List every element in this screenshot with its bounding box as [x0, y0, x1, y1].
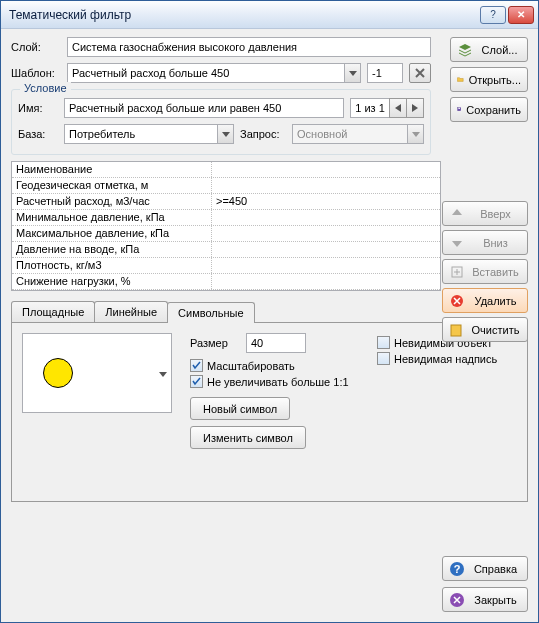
table-row[interactable]: Снижение нагрузки, % [12, 274, 440, 290]
table-cell-value[interactable] [212, 210, 440, 225]
condition-table[interactable]: НаименованиеГеодезическая отметка, мРасч… [11, 161, 441, 291]
checkbox-icon [377, 352, 390, 365]
template-num[interactable]: -1 [367, 63, 403, 83]
noenlarge-checkbox[interactable]: Не увеличивать больше 1:1 [190, 375, 359, 388]
tab-line[interactable]: Линейные [94, 301, 168, 322]
table-row[interactable]: Наименование [12, 162, 440, 178]
table-cell-value[interactable] [212, 258, 440, 273]
layer-field[interactable]: Система газоснабжения высокого давления [67, 37, 431, 57]
table-cell-key: Максимальное давление, кПа [12, 226, 212, 241]
name-label: Имя: [18, 102, 58, 114]
base-dropdown[interactable]: Потребитель [64, 124, 234, 144]
down-button[interactable]: Вниз [442, 230, 528, 255]
svg-rect-1 [458, 108, 460, 109]
up-button[interactable]: Вверх [442, 201, 528, 226]
table-cell-key: Расчетный расход, м3/час [12, 194, 212, 209]
invisible-label-checkbox[interactable]: Невидимая надпись [377, 352, 517, 365]
table-cell-key: Давление на вводе, кПа [12, 242, 212, 257]
table-row[interactable]: Геодезическая отметка, м [12, 178, 440, 194]
chevron-down-icon[interactable] [217, 125, 233, 143]
help-icon: ? [449, 561, 465, 577]
tab-symbol[interactable]: Символьные [167, 302, 255, 323]
arrow-up-icon [449, 206, 465, 222]
delete-icon [449, 293, 465, 309]
table-cell-key: Плотность, кг/м3 [12, 258, 212, 273]
table-cell-key: Снижение нагрузки, % [12, 274, 212, 289]
layer-button[interactable]: Слой... [450, 37, 528, 62]
nav-prev-button[interactable] [389, 98, 407, 118]
symbol-preview[interactable] [22, 333, 172, 413]
help-button[interactable]: ? [480, 6, 506, 24]
template-label: Шаблон: [11, 67, 61, 79]
dialog-thematic-filter: Тематический фильтр ? ✕ Слой... Открыть.… [0, 0, 539, 623]
checkbox-icon [190, 375, 203, 388]
close-icon[interactable]: ✕ [508, 6, 534, 24]
table-cell-key: Геодезическая отметка, м [12, 178, 212, 193]
clear-button[interactable]: Очистить [442, 317, 528, 342]
table-row[interactable]: Плотность, кг/м3 [12, 258, 440, 274]
table-cell-value[interactable] [212, 226, 440, 241]
titlebar: Тематический фильтр ? ✕ [1, 1, 538, 29]
chevron-down-icon[interactable] [344, 64, 360, 82]
template-dropdown[interactable]: Расчетный расход больше 450 [67, 63, 361, 83]
edit-symbol-button[interactable]: Изменить символ [190, 426, 306, 449]
layers-icon [457, 42, 473, 58]
help-footer-button[interactable]: ?Справка [442, 556, 528, 581]
table-cell-value[interactable] [212, 274, 440, 289]
layer-label: Слой: [11, 41, 61, 53]
nav-next-button[interactable] [406, 98, 424, 118]
table-cell-value[interactable] [212, 162, 440, 177]
insert-icon [449, 264, 465, 280]
table-row[interactable]: Максимальное давление, кПа [12, 226, 440, 242]
save-button[interactable]: Сохранить [450, 97, 528, 122]
query-label: Запрос: [240, 128, 286, 140]
arrow-down-icon [449, 235, 465, 251]
size-label: Размер [190, 337, 240, 349]
window-title: Тематический фильтр [9, 8, 480, 22]
close-footer-button[interactable]: Закрыть [442, 587, 528, 612]
base-label: База: [18, 128, 58, 140]
table-row[interactable]: Расчетный расход, м3/час>=450 [12, 194, 440, 210]
tab-area[interactable]: Площадные [11, 301, 95, 322]
chevron-down-icon[interactable] [407, 125, 423, 143]
table-cell-value[interactable]: >=450 [212, 194, 440, 209]
new-symbol-button[interactable]: Новый символ [190, 397, 290, 420]
clear-icon [449, 322, 465, 338]
size-field[interactable]: 40 [246, 333, 306, 353]
folder-open-icon [457, 72, 464, 88]
svg-rect-4 [451, 325, 461, 336]
table-cell-value[interactable] [212, 242, 440, 257]
nav-position: 1 из 1 [350, 98, 390, 118]
scale-checkbox[interactable]: Масштабировать [190, 359, 359, 372]
chevron-down-icon[interactable] [159, 367, 167, 379]
symbol-circle-icon [43, 358, 73, 388]
insert-button[interactable]: Вставить [442, 259, 528, 284]
close-round-icon [449, 592, 465, 608]
checkbox-icon [377, 336, 390, 349]
svg-text:?: ? [454, 563, 461, 575]
delete-button[interactable]: Удалить [442, 288, 528, 313]
open-button[interactable]: Открыть... [450, 67, 528, 92]
clear-template-button[interactable] [409, 63, 431, 83]
table-cell-value[interactable] [212, 178, 440, 193]
table-cell-key: Минимальное давление, кПа [12, 210, 212, 225]
condition-legend: Условие [20, 82, 71, 94]
save-icon [457, 102, 461, 118]
checkbox-icon [190, 359, 203, 372]
table-row[interactable]: Минимальное давление, кПа [12, 210, 440, 226]
table-row[interactable]: Давление на вводе, кПа [12, 242, 440, 258]
query-dropdown[interactable]: Основной [292, 124, 424, 144]
record-navigator: 1 из 1 [350, 98, 424, 118]
tab-content: Размер 40 Масштабировать Не увеличивать … [11, 322, 528, 502]
table-cell-key: Наименование [12, 162, 212, 177]
name-field[interactable]: Расчетный расход больше или равен 450 [64, 98, 344, 118]
